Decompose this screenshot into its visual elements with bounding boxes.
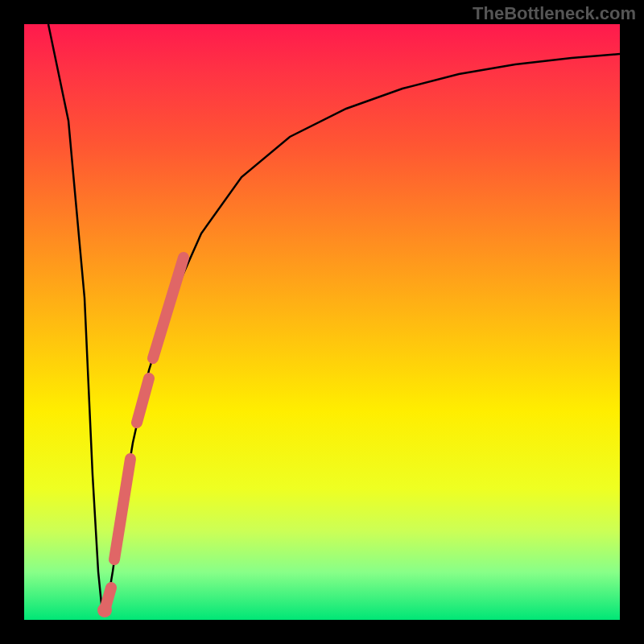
chart-svg (24, 24, 620, 620)
highlight-segment-2 (137, 378, 149, 423)
highlight-segment-3 (114, 459, 130, 559)
highlight-segment-1 (153, 258, 184, 358)
watermark-text: TheBottleneck.com (473, 3, 636, 24)
bottleneck-curve (48, 24, 620, 616)
highlight-segment-4 (105, 588, 111, 610)
